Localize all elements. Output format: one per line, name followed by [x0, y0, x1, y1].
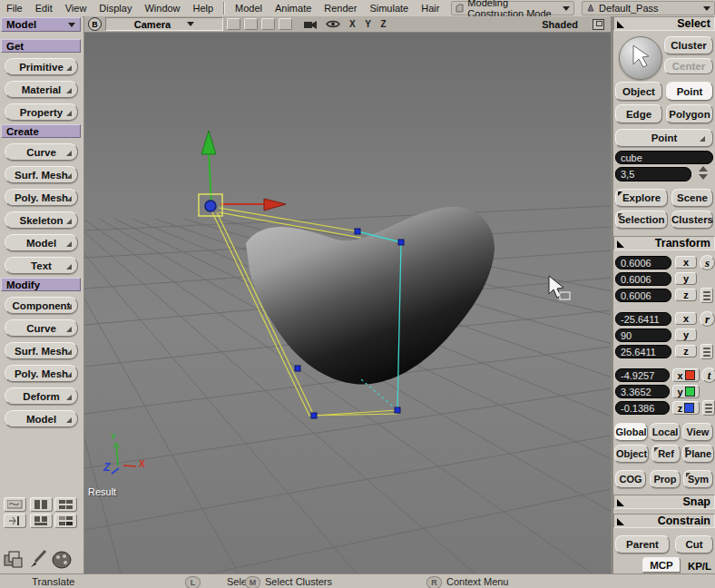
menu-render[interactable]: Render [318, 3, 363, 14]
scale-options-icon[interactable] [700, 288, 713, 303]
spinner-down-icon[interactable] [699, 174, 708, 180]
translate-y-axis-button[interactable]: y [672, 385, 700, 398]
scene-canvas[interactable] [84, 33, 611, 573]
menu-model[interactable]: Model [229, 3, 269, 14]
rotate-tool-button[interactable]: r [700, 311, 715, 327]
rotate-options-icon[interactable] [700, 344, 713, 359]
constrain-cut-button[interactable]: Cut [675, 535, 713, 554]
translate-tool-button[interactable]: t [701, 368, 715, 383]
transform-section-header[interactable]: Transform [613, 236, 715, 250]
menu-help[interactable]: Help [187, 3, 220, 14]
translate-x-field[interactable]: -4.9257 [615, 368, 670, 382]
constrain-parent-button[interactable]: Parent [615, 535, 670, 554]
memo-cam-slot-3[interactable] [261, 18, 275, 30]
rotate-y-field[interactable]: 90 [615, 328, 671, 342]
memo-cam-slot-4[interactable] [279, 18, 292, 30]
mode-local-button[interactable]: Local [650, 423, 681, 441]
eye-visibility-icon[interactable] [326, 19, 340, 29]
mode-global-button[interactable]: Global [614, 423, 648, 441]
rotate-x-field[interactable]: -25.6411 [615, 312, 671, 326]
paint-tool-button[interactable] [27, 548, 49, 570]
scale-z-field[interactable]: 0.6006 [615, 289, 671, 302]
selection-range-field[interactable]: 3,5 [615, 167, 691, 181]
create-model-button[interactable]: Model [5, 234, 78, 251]
prop-button[interactable]: Prop [650, 470, 681, 488]
explore-button[interactable]: Explore [615, 189, 668, 207]
menu-file[interactable]: File [0, 3, 29, 14]
filter-menu-button[interactable]: Point [615, 129, 713, 147]
translate-x-axis-button[interactable]: x [672, 368, 700, 382]
scale-y-field[interactable]: 0.6006 [615, 272, 671, 286]
clusters-button[interactable]: Clusters [671, 211, 713, 229]
modify-deform-button[interactable]: Deform [5, 387, 78, 405]
menu-display[interactable]: Display [93, 3, 138, 14]
modify-model-button[interactable]: Model [5, 410, 78, 427]
scene-button[interactable]: Scene [671, 189, 713, 207]
translate-z-field[interactable]: -0.1386 [615, 401, 670, 415]
scale-z-axis-button[interactable]: z [675, 289, 697, 301]
selection-name-field[interactable]: cube [615, 151, 713, 164]
rotate-z-axis-button[interactable]: z [675, 345, 697, 358]
layout-quad-mixed-button[interactable] [54, 514, 77, 528]
selection-button[interactable]: Selection [615, 211, 668, 229]
modify-component-button[interactable]: Component [5, 297, 78, 314]
get-property-button[interactable]: Property [5, 103, 78, 121]
mode-plane-button[interactable]: Plane [682, 445, 714, 463]
camera-icon[interactable] [303, 19, 318, 30]
scale-tool-button[interactable]: s [700, 255, 715, 270]
tab-mcp[interactable]: MCP [642, 557, 681, 573]
cluster-button[interactable]: Cluster [664, 36, 713, 54]
modify-poly-mesh-button[interactable]: Poly. Mesh [5, 365, 78, 382]
create-surf-mesh-button[interactable]: Surf. Mesh [5, 166, 78, 183]
selected-point[interactable] [205, 201, 216, 211]
menu-simulate[interactable]: Simulate [363, 3, 415, 14]
create-skeleton-button[interactable]: Skeleton [5, 211, 78, 229]
create-poly-mesh-button[interactable]: Poly. Mesh [5, 189, 78, 206]
filter-point-button[interactable]: Point [666, 82, 713, 101]
create-curve-button[interactable]: Curve [5, 143, 78, 161]
constrain-section-header[interactable]: Constrain [613, 514, 715, 528]
layout-two-pane-button[interactable] [30, 497, 53, 512]
select-section-header[interactable]: Select [613, 16, 715, 31]
axis-lock-buttons[interactable]: X Y Z [349, 19, 390, 29]
scale-y-axis-button[interactable]: y [675, 272, 697, 285]
transient-explorer-button[interactable] [2, 550, 25, 570]
material-palette-button[interactable] [51, 550, 73, 570]
cog-button[interactable]: COG [615, 470, 646, 488]
render-pass-dropdown[interactable]: Default_Pass [582, 1, 715, 15]
layout-four-pane-button[interactable] [54, 497, 77, 512]
menu-edit[interactable]: Edit [29, 3, 59, 14]
rotate-z-field[interactable]: 25.6411 [615, 345, 671, 358]
rotate-x-axis-button[interactable]: x [675, 312, 697, 325]
viewport-memo-button[interactable]: B [88, 17, 102, 31]
memo-cam-slot-1[interactable] [227, 18, 240, 30]
camera-view-dropdown[interactable]: Camera [105, 17, 223, 31]
menu-hair[interactable]: Hair [415, 3, 446, 14]
modify-surf-mesh-button[interactable]: Surf. Mesh [5, 342, 78, 359]
get-primitive-button[interactable]: Primitive [5, 58, 78, 75]
scale-x-field[interactable]: 0.6006 [615, 256, 671, 270]
filter-object-button[interactable]: Object [615, 82, 662, 101]
select-tool-button[interactable] [619, 36, 662, 80]
layout-wave-button[interactable] [4, 497, 26, 512]
menu-window[interactable]: Window [138, 3, 186, 14]
modify-curve-button[interactable]: Curve [5, 319, 78, 337]
filter-polygon-button[interactable]: Polygon [666, 104, 713, 123]
tab-kpl[interactable]: KP/L [684, 559, 715, 573]
translate-z-axis-button[interactable]: z [672, 401, 700, 415]
create-text-button[interactable]: Text [5, 257, 78, 274]
menu-view[interactable]: View [59, 3, 93, 14]
translate-options-icon[interactable] [702, 400, 715, 416]
mode-ref-button[interactable]: Ref [651, 445, 681, 463]
spinner-up-icon[interactable] [699, 166, 708, 172]
get-material-button[interactable]: Material [5, 81, 78, 98]
sym-button[interactable]: Sym [683, 470, 713, 488]
range-spinner[interactable] [699, 166, 708, 180]
camera-viewport[interactable]: B Camera X Y Z Shaded [83, 16, 611, 573]
layout-resize-button[interactable] [4, 514, 26, 528]
scale-x-axis-button[interactable]: x [675, 256, 697, 269]
translate-y-field[interactable]: 3.3652 [615, 385, 670, 398]
display-mode-dropdown[interactable]: Shaded [542, 19, 578, 30]
filter-edge-button[interactable]: Edge [615, 104, 662, 123]
maximize-viewport-icon[interactable] [593, 19, 604, 30]
